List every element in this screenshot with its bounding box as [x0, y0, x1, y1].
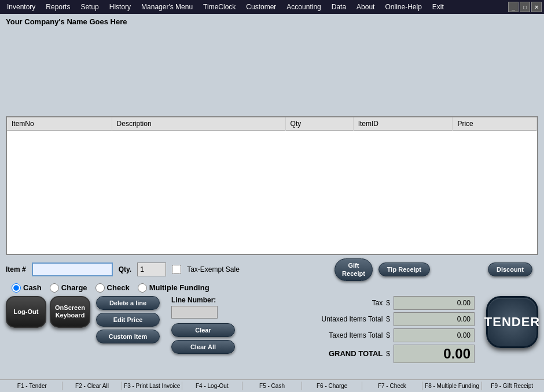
grand-dollar: $	[386, 350, 390, 358]
tender-button[interactable]: TENDER	[486, 296, 538, 348]
items-table-container: ItemNo Description Qty ItemID Price	[6, 116, 538, 255]
fkey-3[interactable]: F3 - Print Last Invoice	[122, 382, 182, 390]
col-qty: Qty	[285, 117, 353, 131]
multiple-funding-label: Multiple Funding	[149, 283, 209, 292]
menu-history[interactable]: History	[105, 2, 135, 12]
tax-dollar: $	[386, 299, 390, 307]
untaxed-label: Untaxed Items Total	[313, 315, 383, 323]
items-tbody	[7, 131, 537, 246]
fkey-9[interactable]: F9 - Gift Receipt	[482, 382, 542, 390]
totals-section: Tax $ 0.00 Untaxed Items Total $ 0.00 Ta…	[313, 296, 475, 363]
menubar-items: Inventory Reports Setup History Manager'…	[2, 2, 449, 12]
fkey-7[interactable]: F7 - Check	[362, 382, 422, 390]
tax-value: 0.00	[394, 296, 475, 310]
edit-price-button[interactable]: Edit Price	[96, 313, 160, 327]
menu-accounting[interactable]: Accounting	[282, 2, 325, 12]
menu-online-help[interactable]: Online-Help	[380, 2, 426, 12]
menu-setup[interactable]: Setup	[76, 2, 103, 12]
menubar: Inventory Reports Setup History Manager'…	[0, 0, 544, 14]
onscreen-keyboard-button[interactable]: OnScreenKeyboard	[50, 296, 90, 328]
center-btns: Delete a line Edit Price Custom Item	[96, 296, 160, 343]
tax-row: Tax $ 0.00	[313, 296, 475, 310]
minimize-button[interactable]: _	[508, 2, 519, 12]
fkey-5[interactable]: F5 - Cash	[242, 382, 303, 390]
close-button[interactable]: ✕	[531, 2, 542, 12]
col-itemno: ItemNo	[7, 117, 112, 131]
middle-section: Log-Out OnScreenKeyboard Delete a line E…	[0, 293, 544, 367]
cash-label: Cash	[23, 283, 42, 292]
line-number-input[interactable]	[171, 306, 218, 319]
tax-exempt-checkbox[interactable]	[172, 265, 181, 274]
fkey-6[interactable]: F6 - Charge	[302, 382, 362, 390]
controls-area: Item # Qty. Tax-Exempt Sale GiftReceipt …	[0, 255, 544, 293]
untaxed-row: Untaxed Items Total $ 0.00	[313, 312, 475, 326]
discount-button[interactable]: Discount	[488, 262, 532, 276]
menu-inventory[interactable]: Inventory	[2, 2, 40, 12]
clear-all-button[interactable]: Clear All	[171, 340, 235, 354]
row2: Cash Charge Check Multiple Funding	[6, 283, 538, 293]
taxed-label: Taxed Items Total	[313, 331, 383, 339]
col-itemid: ItemID	[353, 117, 453, 131]
col-description: Description	[112, 117, 285, 131]
menu-data[interactable]: Data	[327, 2, 351, 12]
log-out-button[interactable]: Log-Out	[6, 296, 46, 328]
check-label: Check	[107, 283, 130, 292]
menu-customer[interactable]: Customer	[241, 2, 281, 12]
grand-total-row: GRAND TOTAL $ 0.00	[313, 345, 475, 363]
log-out-row: Log-Out OnScreenKeyboard	[6, 296, 90, 328]
qty-input[interactable]	[137, 262, 166, 276]
check-radio[interactable]	[95, 283, 105, 293]
menu-about[interactable]: About	[352, 2, 379, 12]
charge-radio[interactable]	[50, 283, 59, 293]
tip-receipt-button[interactable]: Tip Receipt	[378, 262, 430, 276]
item-input[interactable]	[32, 262, 113, 276]
cash-radio[interactable]	[12, 283, 21, 293]
menu-managers-menu[interactable]: Manager's Menu	[137, 2, 197, 12]
window-controls: _ □ ✕	[508, 2, 542, 12]
fkey-4[interactable]: F4 - Log-Out	[182, 382, 242, 390]
item-label: Item #	[6, 265, 26, 273]
grand-total-value: 0.00	[394, 345, 475, 363]
items-table: ItemNo Description Qty ItemID Price	[7, 117, 537, 246]
row1: Item # Qty. Tax-Exempt Sale GiftReceipt …	[6, 258, 538, 281]
taxed-row: Taxed Items Total $ 0.00	[313, 328, 475, 342]
menu-reports[interactable]: Reports	[41, 2, 75, 12]
company-name: Your Company's Name Goes Here	[0, 14, 544, 29]
menu-exit[interactable]: Exit	[428, 2, 449, 12]
maximize-button[interactable]: □	[520, 2, 530, 12]
multiple-funding-radio[interactable]	[138, 283, 147, 293]
radio-cash: Cash	[12, 283, 42, 293]
line-number-section: Line Number: Clear Clear All	[171, 296, 235, 354]
gift-receipt-button[interactable]: GiftReceipt	[335, 258, 373, 281]
radio-charge: Charge	[50, 283, 87, 293]
line-number-label: Line Number:	[171, 296, 235, 304]
delete-line-button[interactable]: Delete a line	[96, 296, 160, 310]
tax-exempt-label: Tax-Exempt Sale	[187, 265, 240, 273]
fkey-8[interactable]: F8 - Multiple Funding	[422, 382, 483, 390]
fkey-1[interactable]: F1 - Tender	[2, 382, 63, 390]
taxed-dollar: $	[386, 331, 390, 339]
untaxed-dollar: $	[386, 315, 390, 323]
top-area	[0, 29, 544, 116]
charge-label: Charge	[61, 283, 87, 292]
radio-multiple: Multiple Funding	[138, 283, 209, 293]
radio-check: Check	[95, 283, 130, 293]
fkey-2[interactable]: F2 - Clear All	[63, 382, 123, 390]
grand-total-label: GRAND TOTAL	[313, 349, 383, 358]
right-side: TENDER	[486, 296, 538, 348]
fkey-bar: F1 - Tender F2 - Clear All F3 - Print La…	[0, 379, 544, 392]
menu-timeclock[interactable]: TimeClock	[199, 2, 240, 12]
qty-label: Qty.	[119, 265, 131, 273]
untaxed-value: 0.00	[394, 312, 475, 326]
taxed-value: 0.00	[394, 328, 475, 342]
tax-label: Tax	[313, 299, 383, 307]
custom-item-button[interactable]: Custom Item	[96, 330, 160, 343]
clear-button[interactable]: Clear	[171, 323, 235, 337]
col-price: Price	[453, 117, 537, 131]
